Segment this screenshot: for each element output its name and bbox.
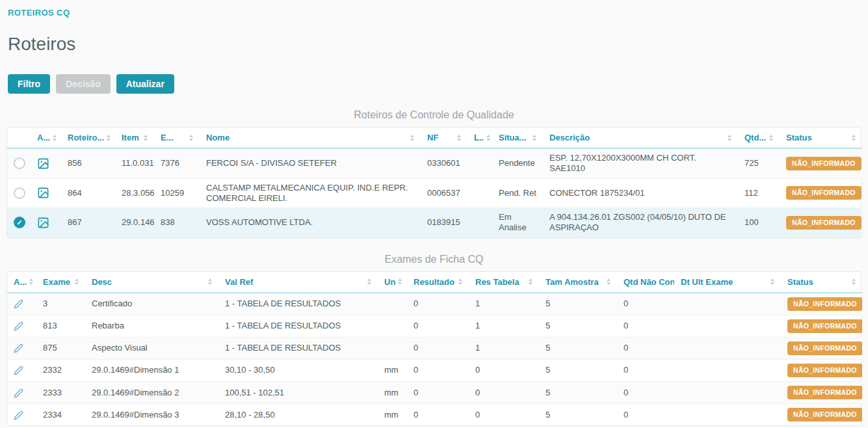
sort-icon[interactable] [144,135,148,141]
status-badge: NÃO_INFORMADO [786,216,861,230]
col-val-ref[interactable]: Val Ref [218,272,378,293]
cell-resultado: 0 [407,404,469,426]
page: ROTEIROS CQ Roteiros Filtro Decisão Atua… [0,0,868,426]
cell-dt-ult-exame [674,382,781,404]
sort-icon[interactable] [458,278,462,285]
sort-icon[interactable] [29,278,33,285]
col-un[interactable]: Un [378,272,407,293]
sort-icon[interactable] [486,135,490,141]
cell-nome: CALSTAMP METALMECANICA EQUIP. IND.E REPR… [200,178,421,208]
sort-icon[interactable] [728,135,731,141]
col-desc-label: Desc [92,277,112,287]
col-e-label: E... [161,133,174,142]
table-row[interactable]: 867 29.0.1469 838 VOSS AUTOMOTIVE LTDA. … [7,208,862,237]
col-status[interactable]: Status [780,127,862,148]
col-anexo[interactable]: A... [31,127,61,148]
sort-icon[interactable] [189,135,193,141]
cell-exame: 3 [36,293,85,315]
roteiros-table-title: Roteiros de Controle de Qualidade [7,109,861,121]
sort-icon[interactable] [852,278,856,285]
row-select-radio[interactable] [14,157,25,169]
col-e[interactable]: E... [154,127,200,148]
col-item[interactable]: Item [115,127,154,148]
cell-l [467,178,492,208]
col-qtd[interactable]: Qtd... [738,127,780,148]
sort-icon[interactable] [398,278,402,285]
filtro-button[interactable]: Filtro [8,74,50,94]
image-icon[interactable] [37,217,49,229]
col-qtd-label: Qtd... [744,133,766,142]
sort-icon[interactable] [107,135,111,141]
col-a[interactable]: A... [7,272,36,293]
cell-roteiro: 856 [61,148,115,178]
breadcrumb[interactable]: ROTEIROS CQ [8,8,70,18]
col-qtd-nao-conf[interactable]: Qtd Não Conf [617,272,674,293]
col-status[interactable]: Status [781,272,862,293]
cell-nf: 0330601 [421,148,467,178]
edit-pencil-icon[interactable] [14,321,23,331]
sort-icon[interactable] [53,135,57,141]
sort-icon[interactable] [410,135,414,141]
col-situa-label: Situa... [499,133,527,142]
table-row: 813 Rebarba 1 - TABELA DE RESULTADOS 0 1… [7,315,862,337]
col-nome[interactable]: Nome [200,127,421,148]
col-l[interactable]: L.. [467,127,492,148]
col-res-tabela[interactable]: Res Tabela [469,272,539,293]
col-exame[interactable]: Exame [36,272,85,293]
sort-icon[interactable] [367,278,371,285]
cell-un [378,315,407,337]
row-select-radio[interactable] [14,187,25,199]
edit-pencil-icon[interactable] [14,299,23,309]
table-row[interactable]: 856 11.0.0316 7376 FERCOI S/A - DIVISAO … [7,148,862,178]
sort-icon[interactable] [208,278,212,285]
exames-table: A... Exame Desc Val Ref Un Resultado Res… [7,271,861,427]
edit-pencil-icon[interactable] [14,388,23,398]
cell-qtd: 725 [738,148,780,178]
cell-res-tabela: 0 [469,382,539,404]
col-descricao[interactable]: Descrição [543,127,738,148]
table-row[interactable]: 864 28.3.0566 10259 CALSTAMP METALMECANI… [7,178,862,208]
row-select-radio[interactable] [14,217,25,228]
cell-val-ref: 1 - TABELA DE RESULTADOS [218,315,378,337]
sort-icon[interactable] [75,278,79,285]
sort-icon[interactable] [770,278,774,285]
sort-icon[interactable] [607,278,611,285]
cell-desc: Rebarba [85,315,218,337]
cell-qtd-nao-conf: 0 [617,337,674,359]
edit-pencil-icon[interactable] [14,410,23,420]
image-icon[interactable] [37,187,49,199]
cell-un: mm [378,404,407,426]
image-icon[interactable] [37,157,49,170]
col-roteiro[interactable]: Roteiro... [61,127,115,148]
cell-tam-amostra: 5 [539,359,617,381]
table-row: 2334 29.0.1469#Dimensão 3 28,10 - 28,50 … [7,404,862,426]
edit-pencil-icon[interactable] [14,343,23,353]
atualizar-button[interactable]: Atualizar [116,74,174,94]
cell-situa: Pendente [492,148,543,178]
cell-qtd-nao-conf: 0 [617,315,674,337]
col-resultado[interactable]: Resultado [407,272,469,293]
cell-res-tabela: 1 [469,337,539,359]
cell-exame: 875 [36,337,85,359]
cell-desc: 29.0.1469#Dimensão 3 [85,404,218,426]
col-tam-amostra[interactable]: Tam Amostra [539,272,617,293]
cell-dt-ult-exame [674,293,781,315]
edit-pencil-icon[interactable] [14,366,23,375]
col-item-label: Item [122,133,139,142]
cell-dt-ult-exame [674,337,781,359]
col-nome-label: Nome [206,133,230,142]
col-dt-ult-exame[interactable]: Dt Ult Exame [674,272,781,293]
col-situa[interactable]: Situa... [492,127,543,148]
sort-icon[interactable] [769,135,773,141]
cell-val-ref: 1 - TABELA DE RESULTADOS [218,337,378,359]
cell-descricao: CONECTOR 1875234/01 [543,178,738,208]
col-desc[interactable]: Desc [85,272,218,293]
cell-nf: 0183915 [421,208,467,237]
cell-item: 28.3.0566 [115,178,154,208]
cell-res-tabela: 1 [469,293,539,315]
sort-icon[interactable] [852,135,856,141]
sort-icon[interactable] [529,278,533,285]
sort-icon[interactable] [457,135,461,141]
col-nf[interactable]: NF [421,127,467,148]
sort-icon[interactable] [533,135,536,141]
